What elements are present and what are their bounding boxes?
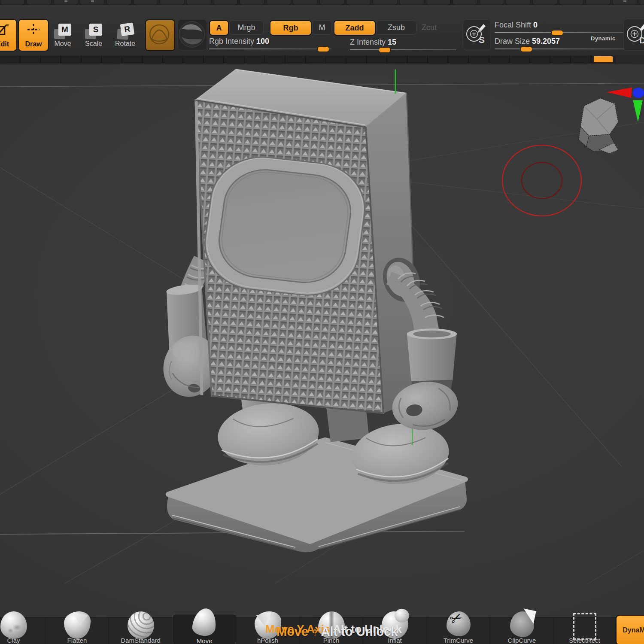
brush-pinch[interactable]: Pinch [300, 617, 363, 644]
draw-label: Draw [25, 40, 42, 48]
dynamesh-button[interactable]: DynaMe [616, 615, 644, 644]
sculpt-viewport-canvas[interactable] [0, 64, 644, 617]
draw-size-label: Draw Size 59.2057 [495, 37, 560, 46]
a-toggle[interactable]: A [209, 20, 229, 36]
camera-orientation-gizmo[interactable] [579, 88, 644, 154]
svg-text:S: S [479, 35, 485, 45]
brush-damstandard[interactable]: DamStandard [109, 617, 173, 644]
z-intensity-slider-handle[interactable] [379, 47, 391, 53]
scale-tool-icon: S [85, 24, 102, 39]
zbrush-window: { "toolbar": { "edit_label": "Edit", "dr… [0, 0, 644, 644]
brush-inflat[interactable]: Inflat [363, 617, 427, 644]
edit-button[interactable]: Edit [0, 19, 17, 52]
robot-screen [199, 152, 371, 301]
zsub-toggle[interactable]: Zsub [376, 20, 416, 35]
pinch-brush-thumbnail [318, 611, 345, 639]
viewport-render [0, 64, 644, 617]
mrgb-toggle[interactable]: Mrgb [229, 20, 264, 35]
gizmo-head [579, 98, 618, 154]
zcut-toggle-disabled: Zcut [422, 23, 437, 32]
m-toggle[interactable]: M [312, 20, 332, 35]
rgb-toggle[interactable]: Rgb [270, 20, 312, 36]
sculptris-brush-icon: S [463, 20, 489, 49]
move-tool-icon: M [54, 24, 71, 39]
rotate-tool-label: Rotate [115, 40, 135, 48]
edit-label: Edit [0, 40, 9, 48]
draw-button[interactable]: Draw [18, 19, 49, 52]
clay-brush-thumbnail [0, 611, 27, 639]
brush-selectrect[interactable]: SelectRect [554, 617, 616, 644]
freehand-stroke-icon [146, 20, 173, 49]
scale-tool-label: Scale [85, 40, 102, 48]
robot-body [195, 70, 418, 413]
focal-shift-slider[interactable] [495, 32, 626, 33]
scale-tool[interactable]: S Scale [85, 24, 102, 48]
brush-cursor [502, 145, 581, 216]
focal-shift-slider-handle[interactable] [551, 30, 563, 36]
shelf-active-segment[interactable] [594, 56, 613, 62]
quick-brush-bar: Clay Flatten DamStandard Move hPolish Pi… [0, 617, 644, 644]
shelf-segments [0, 56, 616, 63]
selectrect-icon [573, 613, 596, 640]
top-shelf-toolbar: Edit Draw M Move S Scale R Rotate [0, 5, 644, 55]
brush-trimcurve[interactable]: ✂ TrimCurve [427, 617, 490, 644]
damstandard-brush-thumbnail [128, 611, 154, 639]
z-intensity-slider[interactable] [350, 49, 456, 50]
brush-flatten[interactable]: Flatten [46, 617, 109, 644]
alpha-thumbnail[interactable] [178, 19, 207, 50]
menu-tab-strip[interactable] [0, 0, 644, 5]
zadd-toggle[interactable]: Zadd [334, 20, 376, 36]
draw-crosshair-icon [19, 23, 48, 39]
brush-move-selected[interactable]: Move [173, 614, 236, 644]
z-intensity-label: Z Intensity 15 [350, 38, 396, 47]
rotate-tool[interactable]: R Rotate [115, 24, 135, 48]
flatten-brush-thumbnail [64, 611, 91, 639]
draw-size-slider[interactable] [495, 49, 626, 49]
axis-y-arrow[interactable] [633, 100, 643, 122]
move-tool-label: Move [54, 40, 71, 48]
rgb-intensity-slider-handle[interactable] [317, 46, 329, 52]
svg-text:D: D [639, 35, 644, 45]
hpolish-brush-thumbnail [255, 611, 281, 639]
shelf-divider-strip[interactable] [0, 55, 644, 64]
inflat-brush-thumbnail [382, 611, 408, 639]
brush-clay[interactable]: Clay [0, 617, 46, 644]
alpha-sphere-icon [178, 20, 206, 49]
stroke-type-thumbnail[interactable] [145, 19, 175, 51]
axis-x-arrow[interactable] [607, 88, 632, 98]
rgb-intensity-label: Rgb Intensity 100 [209, 37, 269, 46]
rgb-intensity-slider[interactable] [209, 49, 331, 49]
sculptris-pro-button[interactable]: S [463, 19, 491, 50]
rotate-tool-icon: R [115, 22, 135, 40]
brush-clipcurve[interactable]: ClipCurve [490, 617, 554, 644]
edit-pencil-icon [0, 23, 16, 38]
trimcurve-brush-thumbnail: ✂ [447, 611, 471, 636]
brush-hpolish[interactable]: hPolish [236, 617, 300, 644]
dynamic-brush-icon: D [624, 19, 644, 49]
focal-shift-label: Focal Shift 0 [495, 21, 538, 30]
axis-z-dot[interactable] [633, 88, 644, 98]
clipcurve-brush-thumbnail [510, 611, 534, 637]
dynamic-mode-label[interactable]: Dynamic [591, 35, 616, 42]
move-tool[interactable]: M Move [54, 24, 71, 48]
dynamic-brush-button[interactable]: D [623, 19, 644, 51]
draw-size-slider-handle[interactable] [520, 46, 532, 52]
